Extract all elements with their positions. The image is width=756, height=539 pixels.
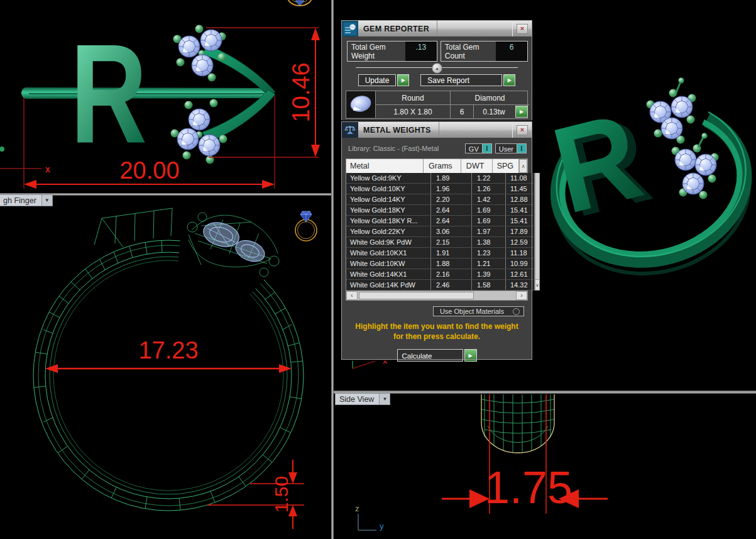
table-row[interactable]: White Gold:10KW 1.88 1.21 10.99 bbox=[346, 258, 535, 269]
cell-dwt: 1.58 bbox=[472, 280, 506, 290]
cell-dwt: 1.97 bbox=[472, 226, 506, 236]
ring-letter: R bbox=[70, 14, 147, 173]
gem-reporter-titlebar[interactable]: GEM REPORTER × bbox=[342, 21, 532, 36]
total-gem-weight-group: Total Gem Weight .13 bbox=[347, 41, 437, 62]
titlebar-groove bbox=[437, 21, 513, 36]
collapse-knob-icon[interactable]: ▲ bbox=[432, 63, 442, 74]
save-report-button[interactable]: Save Report bbox=[420, 74, 502, 86]
scrollbar-track[interactable] bbox=[358, 291, 516, 300]
cell-spg: 11.45 bbox=[506, 184, 535, 194]
gem-reporter-panel: GEM REPORTER × Total Gem Weight .13 Tota… bbox=[342, 21, 532, 120]
table-row[interactable]: Yellow Gold:22KY 3.06 1.97 17.89 bbox=[346, 226, 535, 237]
gem-row-run-icon[interactable]: ▶ bbox=[515, 106, 528, 118]
cell-metal: White Gold:14K PdW bbox=[346, 280, 431, 290]
metal-weights-table: Metal Grams DWT SPG ∧ Yellow Gold:9KY 1.… bbox=[346, 158, 528, 301]
hint-line-1: Highlight the item you want to find the … bbox=[342, 322, 532, 332]
scrollbar-track[interactable] bbox=[535, 173, 540, 279]
cell-dwt: 1.69 bbox=[472, 216, 506, 226]
wireframe-band-section bbox=[481, 394, 554, 453]
gv-toggle[interactable]: GV I bbox=[465, 143, 492, 153]
cell-grams: 2.16 bbox=[431, 269, 472, 279]
cell-grams: 3.06 bbox=[431, 226, 472, 236]
update-button[interactable]: Update bbox=[358, 74, 397, 86]
cell-grams: 1.89 bbox=[431, 173, 472, 183]
table-row[interactable]: White Gold:9K PdW 2.15 1.38 12.59 bbox=[346, 237, 535, 248]
vertical-scrollbar[interactable]: ∨ bbox=[535, 173, 540, 291]
table-row[interactable]: White Gold:10KX1 1.91 1.23 11.18 bbox=[346, 248, 535, 258]
cell-dwt: 1.42 bbox=[472, 194, 506, 204]
gem-report-icon bbox=[342, 21, 358, 36]
close-icon[interactable]: × bbox=[517, 125, 528, 135]
right-horizontal-splitter[interactable] bbox=[334, 391, 756, 394]
metal-weights-panel: METAL WEIGHTS × Library: Classic - (Fast… bbox=[342, 122, 532, 359]
calculate-button[interactable]: Calculate bbox=[397, 349, 463, 362]
save-report-run-icon[interactable]: ▶ bbox=[503, 74, 515, 86]
use-object-materials-button[interactable]: Use Object Materials bbox=[433, 306, 524, 316]
close-icon[interactable]: × bbox=[517, 24, 528, 34]
arrow-ring-top-view: R bbox=[21, 14, 275, 173]
gem-summary-row[interactable]: Round Diamond 1.80 X 1.80 6 0.13tw ▶ bbox=[346, 91, 528, 119]
viewport-through-finger[interactable]: 17.23 1.50 bbox=[0, 196, 331, 539]
cell-spg: 10.99 bbox=[506, 258, 535, 269]
chevron-down-icon[interactable]: ▼ bbox=[42, 194, 53, 206]
view-selector-through-finger[interactable]: gh Finger ▼ bbox=[0, 194, 53, 206]
panel-title: GEM REPORTER bbox=[358, 21, 429, 36]
cell-metal: Yellow Gold:22KY bbox=[346, 226, 431, 236]
user-toggle[interactable]: User I bbox=[495, 143, 527, 153]
scroll-up-icon[interactable]: ∧ bbox=[519, 159, 527, 173]
cell-metal: White Gold:10KW bbox=[346, 258, 431, 269]
chevron-down-icon[interactable]: ▼ bbox=[380, 393, 390, 405]
view-selector-label[interactable]: gh Finger bbox=[0, 194, 42, 206]
metal-weights-titlebar[interactable]: METAL WEIGHTS × bbox=[342, 122, 532, 138]
col-header-dwt[interactable]: DWT bbox=[461, 159, 493, 173]
viewport-top-view[interactable]: R 20.00 bbox=[0, 0, 331, 193]
scrollbar-thumb[interactable] bbox=[359, 292, 474, 299]
dim-band-width-value: 1.75 bbox=[485, 462, 572, 513]
gem-summary-table: Round Diamond 1.80 X 1.80 6 0.13tw ▶ bbox=[376, 91, 529, 118]
horizontal-scrollbar[interactable]: ‹ › bbox=[346, 291, 527, 300]
z-axis-label: z bbox=[355, 504, 359, 513]
gem-shape: Round bbox=[376, 91, 450, 104]
calculate-run-icon[interactable]: ▶ bbox=[464, 349, 477, 362]
dim-width-value: 20.00 bbox=[119, 157, 179, 184]
dimension-diameter: 17.23 bbox=[45, 337, 292, 373]
col-header-spg[interactable]: SPG bbox=[493, 159, 519, 173]
scale-icon bbox=[342, 122, 358, 138]
cell-metal: Yellow Gold:9KY bbox=[346, 173, 431, 183]
col-header-metal[interactable]: Metal bbox=[346, 159, 424, 173]
total-gem-count-group: Total Gem Count 6 bbox=[441, 41, 528, 62]
view-selector-side-view[interactable]: Side View ▼ bbox=[335, 393, 390, 405]
ring-size-icon bbox=[295, 211, 317, 241]
cell-grams: 1.91 bbox=[431, 248, 472, 258]
cell-metal: Yellow Gold:14KY bbox=[346, 194, 431, 204]
cell-dwt: 1.69 bbox=[472, 205, 506, 215]
cell-spg: 15.41 bbox=[506, 216, 535, 226]
vertical-splitter[interactable] bbox=[331, 0, 334, 539]
dim-diameter-value: 17.23 bbox=[138, 337, 198, 364]
table-row[interactable]: White Gold:14KX1 2.16 1.39 12.61 bbox=[346, 269, 535, 280]
table-row[interactable]: Yellow Gold:14KY 2.20 1.42 12.88 bbox=[346, 194, 535, 205]
col-header-grams[interactable]: Grams bbox=[424, 159, 461, 173]
table-row[interactable]: Yellow Gold:9KY 1.89 1.22 11.08 bbox=[346, 173, 535, 184]
user-toggle-icon[interactable]: I bbox=[517, 144, 526, 153]
gv-toggle-icon[interactable]: I bbox=[482, 144, 491, 153]
scroll-left-icon[interactable]: ‹ bbox=[346, 291, 358, 300]
hint-line-2: for then press calculate. bbox=[342, 332, 532, 342]
scroll-right-icon[interactable]: › bbox=[516, 291, 527, 300]
table-row[interactable]: Yellow Gold:10KY 1.96 1.26 11.45 bbox=[346, 184, 535, 194]
cell-dwt: 1.38 bbox=[472, 237, 506, 247]
update-run-icon[interactable]: ▶ bbox=[397, 74, 409, 86]
ring-size-icon-partial bbox=[288, 0, 312, 6]
cell-grams: 1.96 bbox=[431, 184, 472, 194]
scroll-down-icon[interactable]: ∨ bbox=[535, 279, 540, 291]
cell-grams: 2.46 bbox=[431, 280, 472, 290]
table-row[interactable]: White Gold:14K PdW 2.46 1.58 14.32 bbox=[346, 280, 535, 291]
view-selector-label[interactable]: Side View bbox=[335, 393, 380, 405]
table-body: Yellow Gold:9KY 1.89 1.22 11.08 Yellow G… bbox=[346, 173, 535, 291]
table-row[interactable]: Yellow Gold:18KY 2.64 1.69 15.41 bbox=[346, 205, 535, 216]
library-label: Library: Classic - (Fast)-Metal bbox=[348, 145, 439, 152]
viewport-side-view[interactable]: 1.75 z y bbox=[334, 394, 756, 539]
cell-grams: 2.64 bbox=[431, 205, 472, 215]
table-row[interactable]: Yellow Gold:18KY R... 2.64 1.69 15.41 bbox=[346, 216, 535, 226]
cell-dwt: 1.23 bbox=[472, 248, 506, 258]
